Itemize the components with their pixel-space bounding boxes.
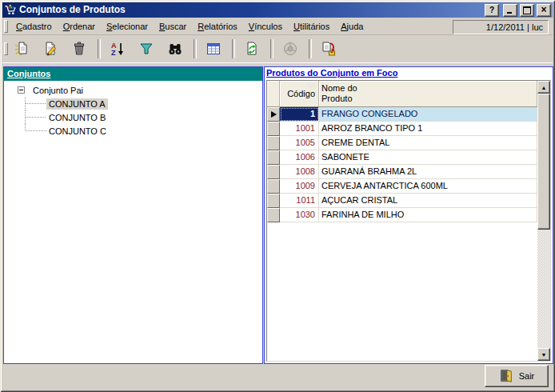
toolbar-separator	[232, 39, 235, 58]
menu-ajuda[interactable]: Ajuda	[335, 19, 369, 34]
row-indicator	[267, 165, 280, 179]
camera-button	[279, 38, 301, 60]
find-button[interactable]	[164, 38, 186, 60]
menu-buscar[interactable]: Buscar	[154, 19, 192, 34]
nome-cell[interactable]: SABONETE	[319, 150, 537, 165]
help-button[interactable]: ?	[485, 4, 499, 17]
codigo-cell[interactable]: 1008	[280, 165, 319, 179]
menu-bar-items: CadastroOrdenarSelecionarBuscarRelatório…	[10, 19, 369, 34]
scroll-up-button[interactable]: ▲	[537, 81, 550, 94]
table-row[interactable]: 1001ARROZ BRANCO TIPO 1	[267, 122, 537, 136]
toolbar-separator	[98, 39, 101, 58]
row-indicator	[267, 122, 280, 136]
svg-text:Z: Z	[111, 49, 116, 57]
table-row[interactable]: 1006SABONETE	[267, 150, 537, 165]
edit-document-icon	[42, 41, 58, 57]
door-exit-icon	[499, 369, 513, 383]
sort-asc-icon: △	[311, 82, 316, 89]
nome-cell[interactable]: CERVEJA ANTARCTICA 600ML	[319, 179, 537, 194]
menu-utilitarios[interactable]: Utilitários	[288, 19, 335, 34]
menu-vinculos[interactable]: Vínculos	[243, 19, 288, 34]
nome-cell[interactable]: GUARANÁ BRAHMA 2L	[319, 165, 537, 179]
codigo-cell[interactable]: 1	[280, 107, 319, 122]
codigo-column-label: Código	[287, 89, 315, 98]
grid-vertical-scrollbar[interactable]: ▲ ▼	[537, 81, 550, 361]
table-row[interactable]: 1011AÇUCAR CRISTAL	[267, 194, 537, 208]
window-title: Conjuntos de Produtos	[19, 4, 482, 16]
grid-rows: 1FRANGO CONGELADO1001ARROZ BRANCO TIPO 1…	[267, 107, 537, 222]
nome-cell[interactable]: CREME DENTAL	[319, 136, 537, 150]
grid-header-codigo[interactable]: Código 1△	[280, 81, 319, 107]
codigo-cell[interactable]: 1001	[280, 122, 319, 136]
close-button[interactable]: ×	[537, 4, 551, 17]
menu-ordenar[interactable]: Ordenar	[58, 19, 101, 34]
tree-connector	[25, 124, 46, 131]
grid-header-row: Código 1△ Nome do Produto	[267, 81, 537, 107]
menu-grip[interactable]	[4, 20, 8, 33]
grid-view-button[interactable]	[202, 38, 225, 60]
arrow-up-icon: ▲	[541, 85, 547, 90]
menu-selecionar[interactable]: Selecionar	[101, 19, 154, 34]
delete-record-button[interactable]	[68, 38, 90, 60]
toolbar-separator	[270, 39, 274, 58]
tree-connector	[25, 110, 46, 124]
tree-root-item[interactable]: Conjunto Pai	[4, 83, 262, 97]
tree-item-label[interactable]: CONJUNTO B	[46, 112, 108, 123]
refresh-button[interactable]	[241, 38, 263, 60]
tree-item[interactable]: CONJUNTO B	[4, 110, 262, 124]
toolbar-grip[interactable]	[4, 42, 8, 55]
table-row[interactable]: 1030FARINHA DE MILHO	[267, 208, 537, 222]
new-record-button[interactable]	[10, 38, 33, 60]
maximize-icon	[523, 6, 531, 14]
binoculars-icon	[167, 41, 183, 57]
codigo-cell[interactable]: 1011	[280, 194, 319, 208]
tree-connector	[25, 97, 46, 110]
tree-collapse-icon[interactable]	[18, 86, 25, 94]
row-indicator	[267, 107, 280, 122]
menu-cadastro[interactable]: Cadastro	[10, 19, 58, 34]
shopping-cart-icon	[4, 4, 17, 16]
camera-icon	[282, 41, 298, 57]
grid-content: Código 1△ Nome do Produto 1FRANGO CONGEL…	[267, 81, 537, 361]
export-button[interactable]	[317, 38, 340, 60]
minimize-icon	[507, 12, 512, 14]
codigo-cell[interactable]: 1005	[280, 136, 319, 150]
tree-root-label[interactable]: Conjunto Pai	[30, 85, 86, 96]
nome-cell[interactable]: FARINHA DE MILHO	[319, 208, 537, 222]
row-indicator	[267, 150, 280, 165]
close-icon: ×	[541, 6, 546, 14]
tree-item[interactable]: CONJUNTO A	[4, 97, 262, 110]
row-indicator	[267, 208, 280, 222]
grid-header-nome[interactable]: Nome do Produto	[319, 81, 537, 107]
codigo-cell[interactable]: 1009	[280, 179, 319, 194]
produtos-panel-header[interactable]: Produtos do Conjunto em Foco	[265, 67, 553, 79]
scroll-down-button[interactable]: ▼	[537, 348, 550, 361]
codigo-cell[interactable]: 1030	[280, 208, 319, 222]
nome-cell[interactable]: ARROZ BRANCO TIPO 1	[319, 122, 537, 136]
table-row[interactable]: 1008GUARANÁ BRAHMA 2L	[267, 165, 537, 179]
filter-button[interactable]	[135, 38, 158, 60]
tree-item-label[interactable]: CONJUNTO C	[46, 126, 109, 137]
tree-item-label[interactable]: CONJUNTO A	[46, 98, 108, 110]
trash-icon	[71, 41, 87, 57]
maximize-button[interactable]	[520, 4, 534, 17]
nome-cell[interactable]: AÇUCAR CRISTAL	[319, 194, 537, 208]
minimize-button[interactable]	[503, 4, 517, 17]
menu-bar: CadastroOrdenarSelecionarBuscarRelatório…	[2, 18, 553, 35]
refresh-icon	[244, 41, 260, 57]
tree-item[interactable]: CONJUNTO C	[4, 124, 262, 138]
nome-cell[interactable]: FRANGO CONGELADO	[319, 107, 537, 122]
sair-button[interactable]: Sair	[485, 365, 549, 387]
scrollbar-thumb[interactable]	[537, 94, 550, 230]
table-row[interactable]: 1FRANGO CONGELADO	[267, 107, 537, 122]
table-row[interactable]: 1005CREME DENTAL	[267, 136, 537, 150]
current-row-arrow-icon	[271, 111, 277, 118]
menu-relatorios[interactable]: Relatórios	[192, 19, 243, 34]
codigo-cell[interactable]: 1006	[280, 150, 319, 165]
row-indicator	[267, 194, 280, 208]
table-row[interactable]: 1009CERVEJA ANTARCTICA 600ML	[267, 179, 537, 194]
title-bar: Conjuntos de Produtos ? ×	[2, 2, 553, 18]
row-indicator	[267, 179, 280, 194]
edit-record-button[interactable]	[39, 38, 62, 60]
sort-button[interactable]: A Z	[106, 38, 129, 60]
